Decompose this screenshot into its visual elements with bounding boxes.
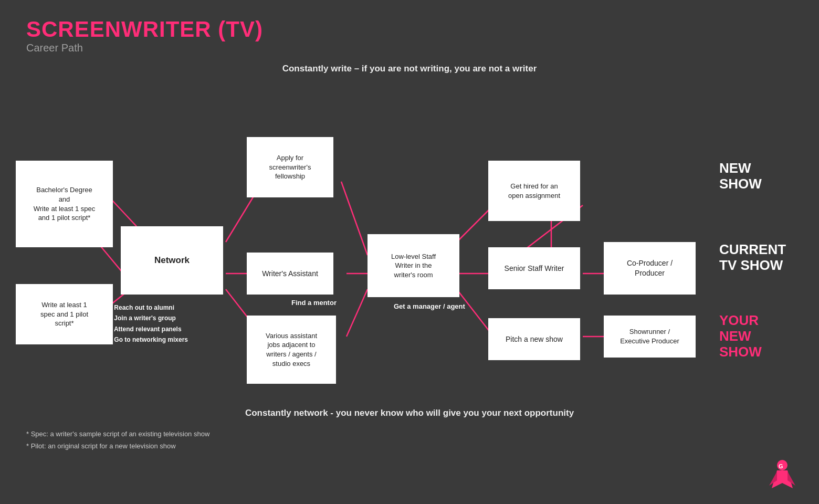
get-manager-label: Get a manager / agent (394, 302, 465, 310)
node-low-level-staff: Low-level Staff Writer in the writer's r… (368, 234, 459, 297)
label-new-show: NEW SHOW (719, 161, 762, 192)
svg-line-6 (341, 182, 368, 255)
node-pitch-new-show: Pitch a new show (488, 318, 580, 360)
label-current-tv-show: CURRENT TV SHOW (719, 242, 786, 274)
page-title: SCREENWRITER (TV) (26, 17, 793, 42)
diagram-area: Bachelor's Degree and Write at least 1 s… (0, 79, 819, 405)
footnote-pilot: * Pilot: an original script for a new te… (26, 440, 793, 452)
node-writers-assistant: Writer's Assistant (247, 253, 333, 295)
svg-line-8 (346, 289, 368, 337)
label-your-new-show: YOUR NEW SHOW (719, 313, 762, 360)
find-mentor-label: Find a mentor (291, 299, 337, 307)
node-senior-staff: Senior Staff Writer (488, 247, 580, 289)
mascot-icon: G (766, 457, 798, 494)
node-showrunner: Showrunner / Executive Producer (604, 316, 696, 358)
bottom-motto: Constantly network - you never know who … (0, 408, 819, 418)
footnotes: * Spec: a writer's sample script of an e… (0, 418, 819, 453)
node-co-producer: Co-Producer / Producer (604, 242, 696, 295)
node-network: Network (121, 226, 223, 295)
network-tips: - Reach out to alumni - Join a writer's … (110, 302, 188, 345)
svg-text:G: G (779, 463, 783, 469)
node-get-hired: Get hired for an open assignment (488, 161, 580, 221)
node-apply-fellowship: Apply for screenwriter's fellowship (247, 137, 333, 197)
header: SCREENWRITER (TV) Career Path (0, 0, 819, 58)
page-subtitle: Career Path (26, 42, 793, 54)
node-various-assistant: Various assistant jobs adjacent to write… (247, 316, 336, 384)
top-motto: Constantly write – if you are not writin… (0, 64, 819, 74)
node-write-spec: Write at least 1 spec and 1 pilot script… (16, 284, 113, 344)
footnote-spec: * Spec: a writer's sample script of an e… (26, 428, 793, 440)
node-bachelor: Bachelor's Degree and Write at least 1 s… (16, 161, 113, 247)
